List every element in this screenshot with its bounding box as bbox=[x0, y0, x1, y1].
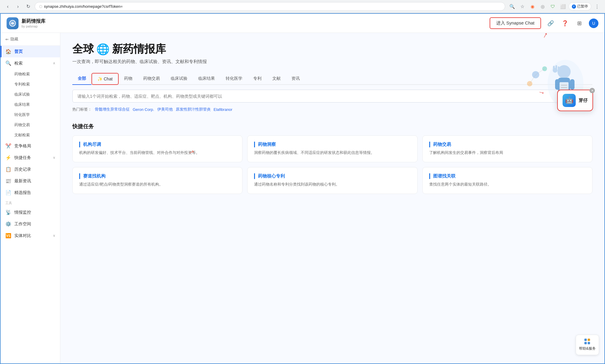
task-card-1[interactable]: 药物洞察 洞察药物的覆长疾病领域、不同适应症的研发状态和获此信息等情报。 bbox=[247, 135, 417, 162]
bookmark-button[interactable]: ☆ bbox=[518, 2, 527, 11]
svg-rect-18 bbox=[558, 66, 559, 71]
synapse-chat-button[interactable]: 进入 Synapse Chat bbox=[490, 17, 541, 29]
header-right: 进入 Synapse Chat 🔗 ❓ ⊞ U bbox=[490, 17, 598, 29]
tab-news[interactable]: 资讯 bbox=[286, 73, 305, 85]
dot-1 bbox=[584, 339, 587, 341]
chat-widget-close-button[interactable]: ✕ bbox=[589, 88, 595, 93]
search-input[interactable] bbox=[72, 90, 564, 103]
tab-drug[interactable]: 药物 bbox=[119, 73, 138, 85]
extension-4-button[interactable]: ⬜ bbox=[558, 2, 567, 11]
task-card-desc-4: 通过药物名称和专利分类找到该药物的核心专利。 bbox=[254, 181, 410, 188]
task-card-title-3: 赛道找机构 bbox=[79, 173, 236, 179]
task-card-5[interactable]: 图谱找关联 查找任意两个实体的最短关联路径。 bbox=[422, 167, 592, 194]
task-card-desc-1: 洞察药物的覆长疾病领域、不同适应症的研发状态和获此信息等情报。 bbox=[254, 150, 410, 156]
collapse-icon: ⇐ bbox=[5, 37, 9, 42]
selected-report-icon: 📄 bbox=[5, 190, 11, 195]
chevron-down-icon: ∨ bbox=[53, 156, 55, 160]
sidebar-item-patent-search[interactable]: 专利检索 bbox=[1, 79, 60, 89]
user-avatar[interactable]: U bbox=[589, 19, 598, 28]
sidebar-item-home[interactable]: 🏠 普页 bbox=[1, 46, 60, 57]
chat-widget-name: 芽仔 bbox=[579, 98, 588, 103]
sidebar-item-quick-task[interactable]: ⚡ 快捷任务 ∨ bbox=[1, 152, 60, 163]
paused-badge[interactable]: P 已暂停 bbox=[569, 2, 591, 10]
address-bar[interactable]: ⬡ synapse.zhihuiya.com/homepage?csrfToke… bbox=[35, 2, 505, 11]
task-card-0[interactable]: 机构尽调 机构的研发偏好、技术平台、当前药物管线、对外合作与对外投资等。 bbox=[72, 135, 242, 162]
help-dots bbox=[584, 339, 590, 344]
help-icon-button[interactable]: ❓ bbox=[560, 19, 570, 28]
sidebar-item-drug-search[interactable]: 药物检索 bbox=[1, 69, 60, 79]
link-icon-button[interactable]: 🔗 bbox=[546, 19, 555, 28]
sidebar-item-latest-news[interactable]: 📰 最新资讯 bbox=[1, 175, 60, 187]
svg-rect-17 bbox=[555, 65, 557, 71]
search-tool-button[interactable]: 🔍 bbox=[508, 2, 517, 11]
tab-all[interactable]: 全部 bbox=[72, 73, 91, 85]
tab-literature[interactable]: 文献 bbox=[267, 73, 286, 85]
task-card-4[interactable]: 药物核心专利 通过药物名称和专利分类找到该药物的核心专利。 bbox=[247, 167, 417, 194]
competition-icon: ✂️ bbox=[5, 143, 11, 149]
tab-drug-trading[interactable]: 药物交易 bbox=[138, 73, 165, 85]
task-card-3[interactable]: 赛道找机构 通过适应症/靶点/药物类型洞察赛道的所有机构。 bbox=[72, 167, 242, 194]
hot-tag-2[interactable]: 伊美司他 bbox=[157, 107, 173, 112]
tab-chat[interactable]: ✨ Chat bbox=[91, 73, 119, 85]
sidebar-item-literature[interactable]: 文献检索 bbox=[1, 130, 60, 140]
browser-chrome: ‹ › ↻ ⬡ synapse.zhihuiya.com/homepage?cs… bbox=[0, 0, 605, 13]
tab-patent[interactable]: 专利 bbox=[248, 73, 267, 85]
app-header: 新药情报库 by patsnap 进入 Synapse Chat 🔗 ❓ ⊞ U… bbox=[1, 14, 604, 33]
logo-icon bbox=[7, 17, 19, 29]
task-card-title-2: 药物交易 bbox=[429, 142, 586, 147]
hot-tag-0[interactable]: 骨髓增生异常综合征 bbox=[95, 107, 130, 112]
search-tabs: 全部 ✨ Chat 药物 药物交易 临床试验 临床结果 bbox=[72, 73, 592, 85]
tab-translational[interactable]: 转化医学 bbox=[220, 73, 248, 85]
tab-clinical-trial[interactable]: 临床试验 bbox=[165, 73, 193, 85]
search-icon: 🔍 bbox=[5, 60, 11, 66]
page-subtitle: 一次查询，即可触达相关的药物、临床试验、资讯、文献和专利情报 bbox=[72, 59, 592, 65]
task-card-desc-3: 通过适应症/靶点/药物类型洞察赛道的所有机构。 bbox=[79, 181, 236, 188]
grid-icon-button[interactable]: ⊞ bbox=[575, 19, 584, 28]
refresh-button[interactable]: ↻ bbox=[24, 2, 32, 11]
menu-button[interactable]: ⋮ bbox=[592, 2, 601, 11]
tab-clinical-result[interactable]: 临床结果 bbox=[193, 73, 220, 85]
sidebar-collapse-button[interactable]: ⇐ 隐藏 bbox=[1, 33, 60, 46]
help-service-button[interactable]: 帮助&服务 bbox=[576, 335, 599, 355]
sidebar-item-workspace[interactable]: ⚙️ 工作空间 bbox=[1, 218, 60, 230]
sidebar-item-clinical-result[interactable]: 临床结果 bbox=[1, 100, 60, 110]
hot-tag-3[interactable]: 原发性胆汁性胆管炎 bbox=[176, 107, 211, 112]
svg-point-15 bbox=[553, 68, 557, 73]
extension-3-button[interactable]: 🛡 bbox=[548, 2, 557, 11]
hot-tag-1[interactable]: Geron Corp. bbox=[133, 107, 154, 112]
latest-news-icon: 📰 bbox=[5, 178, 11, 184]
sidebar-item-entity-compare[interactable]: 🆚 实体对比 ∨ bbox=[1, 230, 60, 241]
sidebar-item-selected-report[interactable]: 📄 精选报告 bbox=[1, 187, 60, 198]
page-title: 全球 🌐 新药情报库 bbox=[72, 42, 592, 56]
app-wrapper: 新药情报库 by patsnap 进入 Synapse Chat 🔗 ❓ ⊞ U… bbox=[0, 13, 605, 364]
forward-button[interactable]: › bbox=[14, 2, 22, 11]
sidebar-item-translational[interactable]: 转化医学 bbox=[1, 110, 60, 120]
chevron-down-icon-2: ∨ bbox=[53, 234, 55, 238]
sidebar-item-drug-trading[interactable]: 药物交易 bbox=[1, 120, 60, 130]
extension-2-button[interactable]: ◎ bbox=[538, 2, 547, 11]
sidebar-item-clinical-trial[interactable]: 临床试验 bbox=[1, 89, 60, 100]
task-grid: 机构尽调 机构的研发偏好、技术平台、当前药物管线、对外合作与对外投资等。 药物洞… bbox=[72, 135, 592, 194]
entity-compare-icon: 🆚 bbox=[5, 233, 11, 238]
task-card-2[interactable]: 药物交易 了解机构间发生的交易事件，洞察背后布局 bbox=[422, 135, 592, 162]
logo-text: 新药情报库 by patsnap bbox=[22, 18, 45, 28]
svg-point-11 bbox=[542, 66, 547, 71]
hot-tag-4[interactable]: Elafibranor bbox=[214, 107, 233, 112]
sidebar-item-competition[interactable]: ✂️ 竞争格局 bbox=[1, 140, 60, 152]
dot-4 bbox=[588, 342, 590, 344]
sidebar-item-history[interactable]: 📋 历史记录 bbox=[1, 163, 60, 175]
task-card-desc-0: 机构的研发偏好、技术平台、当前药物管线、对外合作与对外投资等。 bbox=[79, 150, 236, 156]
history-icon: 📋 bbox=[5, 166, 11, 172]
chat-avatar: 🤖 bbox=[563, 94, 576, 107]
sidebar-item-intel-monitor[interactable]: 📡 情报监控 bbox=[1, 207, 60, 218]
globe-emoji: 🌐 bbox=[96, 43, 110, 56]
extension-1-button[interactable]: ◉ bbox=[528, 2, 537, 11]
task-card-desc-2: 了解机构间发生的交易事件，洞察背后布局 bbox=[429, 150, 586, 156]
workspace-icon: ⚙️ bbox=[5, 221, 11, 227]
main-content: 全球 🌐 新药情报库 一次查询，即可触达相关的药物、临床试验、资讯、文献和专利情… bbox=[60, 33, 604, 363]
browser-tools: 🔍 ☆ ◉ ◎ 🛡 ⬜ P 已暂停 ⋮ bbox=[508, 2, 601, 11]
sidebar-item-search[interactable]: 🔍 检索 ∧ bbox=[1, 57, 60, 69]
back-button[interactable]: ‹ bbox=[4, 2, 12, 11]
task-card-title-0: 机构尽调 bbox=[79, 142, 236, 147]
chat-widget[interactable]: ✕ 🤖 芽仔 bbox=[557, 90, 593, 111]
